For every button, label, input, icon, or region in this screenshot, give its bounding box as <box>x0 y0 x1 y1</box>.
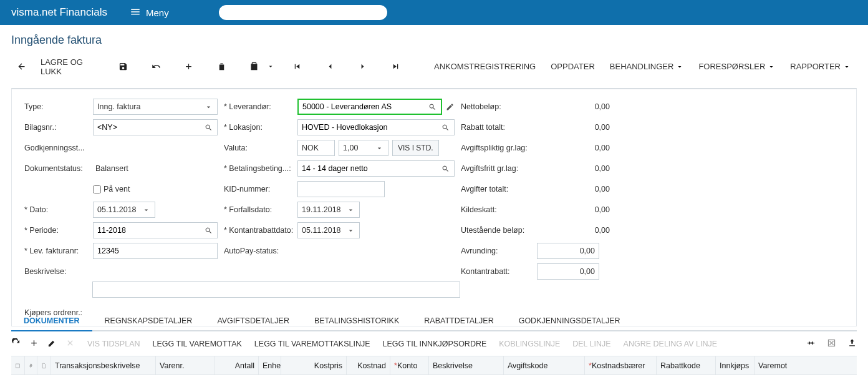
kontr-input[interactable]: 05.11.2018 <box>297 222 360 238</box>
search-icon <box>440 164 450 174</box>
besk-label: Beskrivelse: <box>24 267 93 276</box>
col-sel-icon[interactable] <box>11 356 25 375</box>
legg-innkjop-button[interactable]: LEGG TIL INNKJØPSORDRE <box>383 340 487 348</box>
kid-input[interactable] <box>297 181 385 197</box>
levfakt-input[interactable] <box>93 243 218 259</box>
tab-betaling[interactable]: BETALINGSHISTORIKK <box>302 311 412 330</box>
refresh-icon[interactable] <box>11 338 21 350</box>
legg-varemottakslinje-button[interactable]: LEGG TIL VAREMOTTAKSLINJE <box>254 340 370 348</box>
currency-code[interactable]: NOK <box>297 140 335 156</box>
first-icon[interactable] <box>287 57 307 76</box>
bilag-label: Bilagsnr.: <box>24 123 93 132</box>
forfall-input[interactable]: 19.11.2018 <box>297 202 360 218</box>
svg-rect-1 <box>16 364 20 368</box>
col-varemot[interactable]: Varemot <box>755 356 793 375</box>
beskrivelse-input[interactable] <box>92 282 460 298</box>
konrab-val[interactable]: 0,00 <box>537 263 599 280</box>
export-icon[interactable] <box>827 338 836 350</box>
delete-icon[interactable] <box>211 57 232 76</box>
brand[interactable]: visma.net Financials <box>11 6 111 19</box>
avgfr-val: 0,00 <box>537 164 614 173</box>
kid-label: KID-nummer: <box>224 185 297 193</box>
save-icon[interactable] <box>113 57 133 76</box>
detail-tabs: DOKUMENTER REGNSKAPSDETALJER AVGIFTSDETA… <box>11 311 857 331</box>
clipboard-icon[interactable] <box>244 57 264 76</box>
type-select[interactable]: Inng. faktura <box>93 99 218 115</box>
location-input[interactable] <box>297 119 455 135</box>
valuta-label: Valuta: <box>224 144 297 152</box>
payment-terms-input[interactable] <box>297 160 455 177</box>
last-icon[interactable] <box>385 57 406 76</box>
col-varenr[interactable]: Varenr. <box>156 356 215 375</box>
col-avgiftskode[interactable]: Avgiftskode <box>504 356 585 375</box>
inquiries-button[interactable]: FORESPØRSLER <box>692 57 781 76</box>
view-std-button[interactable]: VIS I STD. <box>392 140 439 156</box>
upload-icon[interactable] <box>847 338 857 350</box>
prev-icon[interactable] <box>320 57 340 76</box>
avgpl-label: Avgiftspliktig gr.lag: <box>461 144 537 152</box>
save-close-button[interactable]: LAGRE OG LUKK <box>34 57 110 76</box>
tab-avgift[interactable]: AVGIFTSDETALJER <box>205 311 302 330</box>
chevron-down-icon <box>374 143 384 153</box>
global-search[interactable] <box>219 5 387 20</box>
levfakt-label: Lev. fakturanr: <box>24 247 93 255</box>
add-icon[interactable] <box>178 57 199 76</box>
chevron-down-icon <box>141 205 151 215</box>
netto-val: 0,00 <box>537 102 614 111</box>
menu-label: Meny <box>146 7 169 18</box>
fit-columns-icon[interactable] <box>806 338 816 350</box>
undo-icon[interactable] <box>146 57 166 76</box>
docstat-label: Dokumentstatus: <box>24 164 93 173</box>
col-attach-icon[interactable] <box>25 356 37 375</box>
col-trans[interactable]: Transaksjonsbeskrivelse <box>51 356 156 375</box>
pencil-icon[interactable] <box>445 102 455 112</box>
col-kostnadsbaerer[interactable]: *Kostnadsbærer <box>585 356 657 375</box>
actions-button[interactable]: BEHANDLINGER <box>604 57 690 76</box>
clipboard-dropdown-icon[interactable] <box>267 57 274 76</box>
col-kostpris[interactable]: Kostpris <box>281 356 347 375</box>
reports-button[interactable]: RAPPORTER <box>784 57 857 76</box>
hamburger-icon <box>130 6 141 19</box>
col-innkjops[interactable]: Innkjøps <box>716 356 755 375</box>
edit-row-icon[interactable] <box>47 338 57 350</box>
lok-label: Lokasjon: <box>224 123 297 132</box>
utest-val: 0,00 <box>537 226 614 235</box>
forfall-label: Forfallsdato: <box>224 205 297 214</box>
avgtot-val: 0,00 <box>537 185 614 193</box>
avr-val[interactable]: 0,00 <box>537 243 599 259</box>
back-icon[interactable] <box>11 57 32 76</box>
reception-button[interactable]: ANKOMSTREGISTRERING <box>428 57 542 76</box>
kontr-label: Kontantrabattdato: <box>224 226 297 235</box>
legg-varemottak-button[interactable]: LEGG TIL VAREMOTTAK <box>153 340 242 348</box>
col-rabattkode[interactable]: Rabattkode <box>657 356 716 375</box>
delete-row-icon[interactable] <box>65 338 75 350</box>
col-doc-icon[interactable] <box>37 356 51 375</box>
update-button[interactable]: OPPDATER <box>544 57 601 76</box>
kilde-label: Kildeskatt: <box>461 205 537 214</box>
col-kostnad[interactable]: Kostnad <box>347 356 390 375</box>
tab-godkjenning[interactable]: GODKJENNINGSDETALJER <box>506 311 633 330</box>
periode-input[interactable] <box>93 222 218 238</box>
search-icon <box>371 7 381 19</box>
col-konto[interactable]: *Konto <box>390 356 429 375</box>
search-icon <box>203 225 213 235</box>
dato-input[interactable]: 05.11.2018 <box>93 202 155 218</box>
chevron-down-icon <box>203 102 213 112</box>
add-row-icon[interactable] <box>29 338 39 350</box>
utest-label: Utestående beløp: <box>461 226 537 235</box>
tab-rabatt[interactable]: RABATTDETALJER <box>412 311 506 330</box>
menu-button[interactable]: Meny <box>130 6 169 19</box>
global-search-input[interactable] <box>225 8 371 17</box>
tab-dokumenter[interactable]: DOKUMENTER <box>11 311 92 331</box>
bilag-input[interactable] <box>93 119 218 135</box>
col-besk[interactable]: Beskrivelse <box>429 356 504 375</box>
col-enhet[interactable]: Enhe <box>259 356 281 375</box>
tab-regnskap[interactable]: REGNSKAPSDETALJER <box>92 311 205 330</box>
col-antall[interactable]: Antall <box>215 356 259 375</box>
search-icon <box>203 122 213 132</box>
hold-checkbox[interactable] <box>93 185 101 193</box>
currency-rate[interactable]: 1,00 <box>339 140 388 156</box>
vendor-input[interactable] <box>297 99 442 115</box>
next-icon[interactable] <box>352 57 373 76</box>
rabtot-val: 0,00 <box>537 123 614 132</box>
